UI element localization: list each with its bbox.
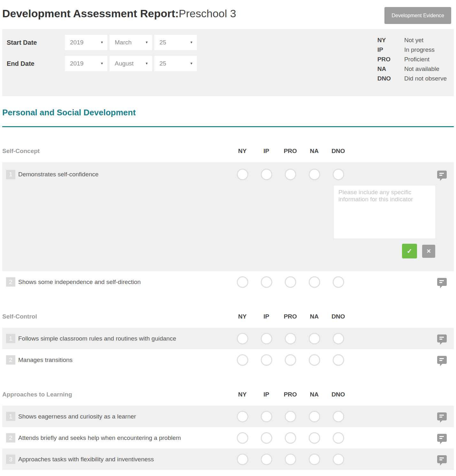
radio-na[interactable] [309,454,320,465]
radio-pro[interactable] [285,169,296,180]
comment-icon[interactable] [437,171,447,179]
end-month-value: August [115,60,134,67]
comment-icon[interactable] [437,278,447,286]
radio-ip[interactable] [261,276,272,288]
indicator-row: 2 Attends briefly and seeks help when en… [2,427,454,449]
group-self-control: Self-Control NY IP PRO NA DNO 1 Follows … [2,312,454,371]
legend-row: NA Not available [377,64,447,74]
indicator-number: 2 [6,355,15,365]
group-name-label: Self-Control [2,313,230,320]
comment-icon[interactable] [437,412,447,420]
page: Development Assessment Report:Preschool … [0,0,456,476]
radio-ny[interactable] [237,411,248,422]
radio-na[interactable] [309,354,320,366]
radio-ip[interactable] [261,454,272,465]
end-date-label: End Date [7,60,65,67]
radio-dno[interactable] [333,354,344,366]
comment-icon[interactable] [437,334,447,342]
radio-ip[interactable] [261,411,272,422]
end-date-row: End Date 2019 ▼ August ▼ 25 ▼ [7,56,199,71]
radio-pro[interactable] [285,276,296,288]
radio-dno[interactable] [333,333,344,344]
radio-pro[interactable] [285,333,296,344]
radio-ip[interactable] [261,333,272,344]
indicator-row: 2 Shows some independence and self-direc… [2,271,454,293]
end-year-select[interactable]: 2019 ▼ [65,56,107,71]
start-day-select[interactable]: 25 ▼ [154,35,197,50]
close-icon: ✕ [426,248,431,255]
indicator-number: 1 [6,412,15,421]
development-evidence-button[interactable]: Development Evidence [384,7,451,24]
radio-ny[interactable] [237,454,248,465]
column-header-pro: PRO [284,313,297,320]
radio-ny[interactable] [237,333,248,344]
indicator-number: 2 [6,433,15,442]
legend-desc: Not available [404,64,439,74]
radio-ny[interactable] [237,432,248,444]
comment-editor-buttons: ✓ ✕ [2,244,435,258]
radio-na[interactable] [309,432,320,444]
radio-pro[interactable] [285,411,296,422]
group-name-label: Approaches to Learning [2,391,230,398]
comment-icon[interactable] [437,455,447,463]
radio-dno[interactable] [333,454,344,465]
radio-dno[interactable] [333,411,344,422]
radio-ip[interactable] [261,169,272,180]
column-header-dno: DNO [331,391,345,398]
column-header-pro: PRO [284,148,297,155]
indicator-text: Attends briefly and seeks help when enco… [18,434,181,441]
indicator-text: Shows eagerness and curiosity as a learn… [18,413,136,420]
radio-dno[interactable] [333,169,344,180]
indicator-row: 3 Approaches tasks with flexibility and … [2,449,454,470]
radio-na[interactable] [309,411,320,422]
cancel-comment-button[interactable]: ✕ [422,245,435,258]
radio-ny[interactable] [237,169,248,180]
legend-desc: Not yet [404,35,423,45]
column-header-ny: NY [238,313,246,320]
legend-row: IP In progress [377,45,447,55]
column-header-ny: NY [238,391,246,398]
legend-abbr: PRO [377,55,404,64]
section-divider [2,126,454,127]
column-header-ip: IP [264,148,269,155]
radio-na[interactable] [309,169,320,180]
section-title: Personal and Social Development [2,108,454,118]
comment-icon[interactable] [437,356,447,364]
indicator-text: Approaches tasks with flexibility and in… [18,456,154,463]
radio-pro[interactable] [285,432,296,444]
confirm-comment-button[interactable]: ✓ [402,244,417,258]
group-name-label: Self-Concept [2,148,230,155]
radio-ny[interactable] [237,276,248,288]
start-date-label: Start Date [7,39,65,46]
date-filters: Start Date 2019 ▼ March ▼ 25 ▼ End Date … [7,35,199,83]
comment-textarea[interactable] [334,186,435,238]
page-header: Development Assessment Report:Preschool … [2,0,454,28]
radio-pro[interactable] [285,354,296,366]
legend-abbr: NY [377,35,404,45]
dropdown-arrow-icon: ▼ [190,41,193,44]
column-header-ip: IP [264,313,269,320]
comment-icon[interactable] [437,434,447,442]
start-year-select[interactable]: 2019 ▼ [65,35,107,50]
start-month-select[interactable]: March ▼ [110,35,152,50]
radio-dno[interactable] [333,276,344,288]
dropdown-arrow-icon: ▼ [145,41,148,44]
radio-ny[interactable] [237,354,248,366]
end-day-value: 25 [159,60,166,67]
radio-pro[interactable] [285,454,296,465]
group-header: Approaches to Learning NY IP PRO NA DNO [2,390,454,399]
column-header-dno: DNO [331,148,345,155]
radio-na[interactable] [309,276,320,288]
end-month-select[interactable]: August ▼ [110,56,152,71]
legend-abbr: NA [377,64,404,74]
radio-ip[interactable] [261,354,272,366]
column-header-pro: PRO [284,391,297,398]
group-self-concept: Self-Concept NY IP PRO NA DNO 1 Demonstr… [2,146,454,293]
filter-panel: Start Date 2019 ▼ March ▼ 25 ▼ End Date … [2,29,454,96]
radio-dno[interactable] [333,432,344,444]
radio-na[interactable] [309,333,320,344]
end-day-select[interactable]: 25 ▼ [154,56,197,71]
radio-ip[interactable] [261,432,272,444]
indicator-text: Manages transitions [18,357,73,364]
indicator-text: Shows some independence and self-directi… [18,279,141,286]
